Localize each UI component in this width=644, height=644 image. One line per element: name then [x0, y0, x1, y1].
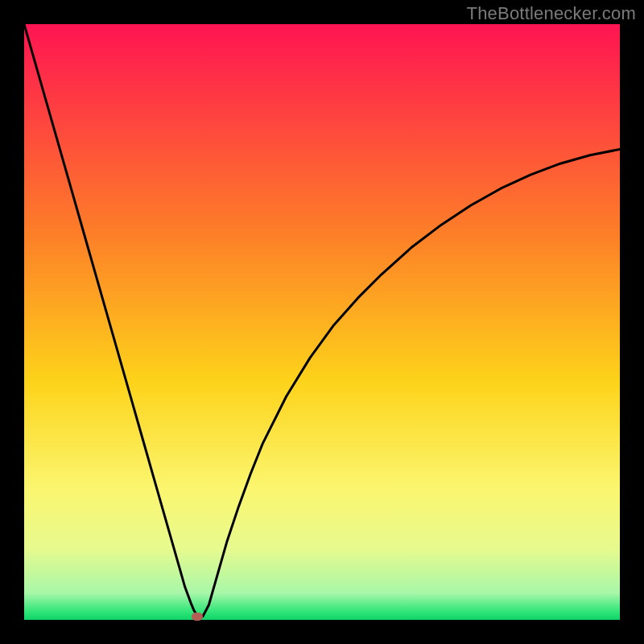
watermark-text: TheBottlenecker.com — [467, 3, 636, 24]
optimal-point-marker — [192, 613, 203, 621]
bottleneck-curve — [24, 24, 620, 620]
chart-frame: TheBottlenecker.com — [0, 0, 644, 644]
plot-area — [24, 24, 620, 620]
